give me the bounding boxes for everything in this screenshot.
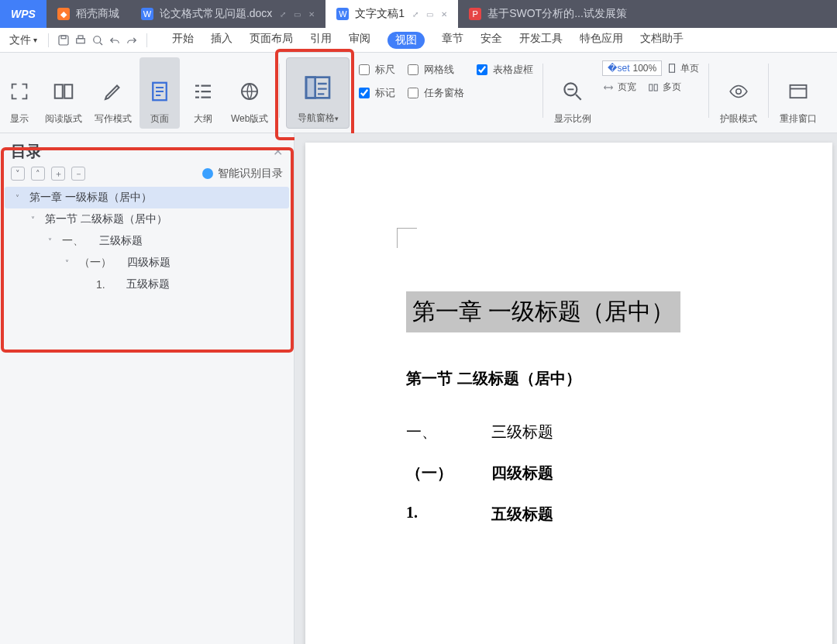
btn-eye-mode[interactable]: 护眼模式 <box>715 57 762 129</box>
separator <box>146 33 147 47</box>
menu-chapter[interactable]: 章节 <box>442 32 463 49</box>
btn-read-mode[interactable]: 阅读版式 <box>40 57 87 129</box>
multi-page-icon[interactable]: 多页 <box>647 81 681 94</box>
redo-icon[interactable] <box>125 33 139 47</box>
add-level-icon[interactable]: ＋ <box>51 167 65 181</box>
menu-dev[interactable]: 开发工具 <box>519 32 563 49</box>
globe-icon <box>234 74 265 109</box>
chevron-down-icon: ˅ <box>31 215 40 224</box>
menu-helper[interactable]: 文档助手 <box>640 32 684 49</box>
view-checkboxes-2: 网格线 任务窗格 <box>401 57 467 101</box>
tab-doc-2-active[interactable]: W 文字文稿1 ⤢▭✕ <box>326 0 458 28</box>
node-number: （一） <box>79 256 112 270</box>
btn-page-view[interactable]: 页面 <box>140 57 180 129</box>
tab-doc-1[interactable]: W 论文格式常见问题.docx ⤢▭✕ <box>130 0 326 28</box>
label: 重排窗口 <box>780 112 817 126</box>
chk-grid[interactable]: 网格线 <box>405 62 464 77</box>
preview-icon[interactable] <box>91 33 105 47</box>
tab-label: 稻壳商城 <box>76 7 119 21</box>
label: Web版式 <box>231 112 268 126</box>
expand-all-icon[interactable]: ˄ <box>31 167 45 181</box>
remove-level-icon[interactable]: － <box>71 167 85 181</box>
number: 1. <box>406 504 460 525</box>
tab-store[interactable]: ◆ 稻壳商城 <box>46 0 130 28</box>
heading-4: （一）四级标题 <box>406 463 755 484</box>
close-icon[interactable]: ✕ <box>273 144 283 159</box>
btn-outline-view[interactable]: 大纲 <box>183 57 223 129</box>
menu-security[interactable]: 安全 <box>480 32 502 49</box>
svg-rect-11 <box>649 84 653 90</box>
menu-view[interactable]: 视图 <box>388 32 425 49</box>
tree-node[interactable]: ˅第一节 二级标题（居中） <box>5 208 289 230</box>
label: 智能识别目录 <box>218 167 283 181</box>
document-viewport[interactable]: 第一章 一级标题（居中） 第一节 二级标题（居中） 一、三级标题 （一）四级标题… <box>294 133 837 644</box>
menu-layout[interactable]: 页面布局 <box>250 32 293 49</box>
word-icon: W <box>141 8 153 20</box>
label: 阅读版式 <box>45 112 82 126</box>
chevron-down-icon: ˅ <box>16 194 25 202</box>
btn-navigation-pane[interactable]: 导航窗格▾ <box>286 57 350 129</box>
quick-access <box>53 33 142 47</box>
print-icon[interactable] <box>74 33 88 47</box>
separator <box>768 64 769 118</box>
page-icon <box>144 74 175 109</box>
chk-table-virtual[interactable]: 表格虚框 <box>474 62 533 77</box>
btn-web-view[interactable]: Web版式 <box>226 57 273 129</box>
undo-icon[interactable] <box>108 33 122 47</box>
btn-reflow-window[interactable]: 重排窗口 <box>775 57 822 129</box>
zoom-100[interactable]: �set100% <box>602 60 662 76</box>
label: 标记 <box>375 86 395 100</box>
btn-fullscreen[interactable]: 显示 <box>2 57 37 129</box>
tree-node[interactable]: ˅第一章 一级标题（居中） <box>5 187 289 208</box>
outline-tree: ˅第一章 一级标题（居中） ˅第一节 二级标题（居中） ˅一、 三级标题 ˅（一… <box>0 185 294 297</box>
chk-taskpane[interactable]: 任务窗格 <box>405 85 464 101</box>
chk-ruler[interactable]: 标尺 <box>356 62 395 77</box>
book-icon <box>48 74 79 109</box>
chk-mark[interactable]: 标记 <box>356 85 395 101</box>
label: 网格线 <box>424 63 454 77</box>
heading-3: 一、三级标题 <box>406 422 755 443</box>
document-page: 第一章 一级标题（居中） 第一节 二级标题（居中） 一、三级标题 （一）四级标题… <box>305 143 832 644</box>
label: 显示比例 <box>554 112 591 126</box>
heading-5: 1.五级标题 <box>406 504 755 525</box>
btn-write-mode[interactable]: 写作模式 <box>90 57 136 129</box>
zoom-controls: �set100% 单页 页宽 多页 <box>599 57 702 94</box>
svg-point-13 <box>736 89 742 95</box>
single-page-icon[interactable]: 单页 <box>666 62 699 75</box>
svg-rect-0 <box>59 36 68 45</box>
svg-rect-1 <box>61 36 66 39</box>
node-number: 一、 <box>62 234 84 248</box>
menu-review[interactable]: 审阅 <box>349 32 370 49</box>
tree-node[interactable]: ˅1. 五级标题 <box>5 274 289 295</box>
chevron-down-icon: ▾ <box>33 36 37 44</box>
tab-wps-home[interactable]: WPS <box>0 0 46 28</box>
label: 页面 <box>150 112 169 126</box>
menu-insert[interactable]: 插入 <box>211 32 232 49</box>
ppt-icon: P <box>469 8 481 20</box>
ribbon-view: 显示 阅读版式 写作模式 页面 大纲 Web版式 导航窗格▾ 标尺 标记 网格线… <box>0 53 837 133</box>
work-area: 目录 ✕ ˅ ˄ ＋ － 智能识别目录 ˅第一章 一级标题（居中） ˅第一节 二… <box>0 133 837 644</box>
tree-node[interactable]: ˅（一） 四级标题 <box>5 252 289 274</box>
tab-label: 论文格式常见问题.docx <box>160 7 272 21</box>
tab-label: 文字文稿1 <box>355 7 405 21</box>
separator <box>708 64 709 118</box>
tab-window-controls: ⤢▭✕ <box>412 10 447 19</box>
pen-icon <box>98 74 129 109</box>
menu-bar: 文件 ▾ 开始 插入 页面布局 引用 审阅 视图 章节 安全 开发工具 特色应用… <box>0 28 837 53</box>
label: 护眼模式 <box>720 112 757 126</box>
tab-doc-3[interactable]: P 基于SWOT分析的...试发展策 <box>458 0 638 28</box>
fullscreen-icon <box>6 74 33 109</box>
menu-ref[interactable]: 引用 <box>310 32 332 49</box>
menu-start[interactable]: 开始 <box>172 32 194 49</box>
page-width-icon[interactable]: 页宽 <box>602 81 636 94</box>
collapse-all-icon[interactable]: ˅ <box>11 167 25 181</box>
heading-1: 第一章 一级标题（居中） <box>406 291 680 332</box>
text: 四级标题 <box>491 463 553 484</box>
file-menu[interactable]: 文件 ▾ <box>3 32 43 49</box>
btn-zoom[interactable]: 显示比例 <box>549 57 596 129</box>
save-icon[interactable] <box>57 33 71 47</box>
menu-special[interactable]: 特色应用 <box>580 32 623 49</box>
smart-toc[interactable]: 智能识别目录 <box>202 167 283 181</box>
nav-toolbar: ˅ ˄ ＋ － 智能识别目录 <box>0 164 294 185</box>
tree-node[interactable]: ˅一、 三级标题 <box>5 230 289 252</box>
